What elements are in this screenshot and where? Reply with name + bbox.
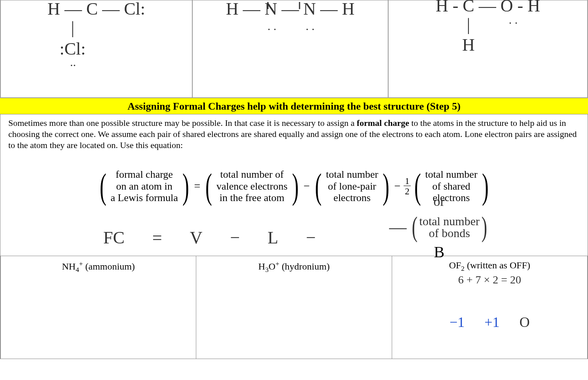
paren-name: (ammonium) <box>83 261 135 272</box>
paren-content: total number of valence electrons in the… <box>215 169 289 204</box>
line: of bonds <box>419 227 480 239</box>
handwritten-alternate-term: or — ( total number of bonds ) B <box>389 194 489 261</box>
paren-content: formal charge on an atom in a Lewis form… <box>109 169 179 204</box>
decoration-svg <box>220 1 347 25</box>
struct-dots: . . <box>486 13 540 27</box>
term-formal-charge: ( formal charge on an atom in a Lewis fo… <box>97 169 192 204</box>
formula-label: H3O+ (hydronium) <box>202 260 386 274</box>
formula-label: OF2 (written as OFF) <box>398 260 582 273</box>
line: total number <box>425 169 477 180</box>
section-heading-formal-charges: Assigning Formal Charges help with deter… <box>0 98 588 114</box>
structure-cell-3: H - C — O - H . . | H <box>388 0 588 98</box>
equals-sign: = <box>194 180 200 192</box>
formula-label: NH4+ (ammonium) <box>6 260 190 274</box>
fraction-one-half: 1 2 <box>404 177 411 196</box>
line: electrons <box>326 192 378 204</box>
paren-open-icon: ( <box>100 172 106 201</box>
struct-text: | <box>0 19 145 38</box>
struct-text: H — C — Cl: <box>47 0 145 19</box>
line: valence electrons <box>216 180 288 192</box>
handwritten-fc-equation: FC = V − L − <box>103 228 588 248</box>
paren-name: (written as OFF) <box>465 260 530 270</box>
numerator: 1 <box>404 177 411 186</box>
example-ammonium: NH4+ (ammonium) <box>0 256 196 359</box>
term-lone-pair-electrons: ( total number of lone-pair electrons ) <box>312 169 392 204</box>
text: NH <box>62 261 76 272</box>
hw-formal-charges: −1 +1 O <box>398 314 582 331</box>
line: formal charge <box>110 169 178 180</box>
hw-charge-minus-one: −1 <box>450 314 465 331</box>
paren-open-icon: ( <box>315 172 322 201</box>
hw-or-label: or <box>389 194 489 209</box>
line: a Lewis formula <box>110 192 178 204</box>
paren-content: total number of lone-pair electrons <box>324 169 380 204</box>
hw-minus: − <box>306 228 316 248</box>
paren-open-icon: ( <box>205 172 212 201</box>
explanation-paragraph: Sometimes more than one possible structu… <box>0 114 588 152</box>
lewis-structure-ch3oh: H - C — O - H . . | H <box>436 0 540 55</box>
subscript: 3 <box>265 266 269 274</box>
struct-dots: .. <box>1 55 145 69</box>
hw-FC: FC <box>103 228 125 248</box>
text: O <box>269 261 275 272</box>
example-of2: OF2 (written as OFF) 6 + 7 × 2 = 20 −1 +… <box>392 256 588 359</box>
text: H <box>258 261 265 272</box>
superscript: + <box>275 260 279 268</box>
text: OF <box>449 260 461 270</box>
hw-electron-count: 6 + 7 × 2 = 20 <box>398 274 582 286</box>
hw-charge-plus-one: +1 <box>484 314 499 331</box>
structure-cell-1: H — C — Cl: | :Cl: .. <box>0 0 192 98</box>
superscript: + <box>79 260 83 268</box>
bold-term-formal-charge: formal charge <box>357 118 409 128</box>
hw-bonds-text: total number of bonds <box>419 215 480 239</box>
hw-bonds-paren: — ( total number of bonds ) <box>389 211 489 243</box>
hw-L: L <box>267 228 278 248</box>
structure-cell-2: H — N — N — H . .. . <box>192 0 388 98</box>
hw-paren-open-icon: ( <box>412 211 417 243</box>
main-content-box: Sometimes more than one possible structu… <box>0 114 588 359</box>
text: Sometimes more than one possible structu… <box>8 118 357 128</box>
line: total number <box>419 215 480 227</box>
line: on an atom in <box>110 180 178 192</box>
hw-minus-sign: — <box>389 217 407 237</box>
line: in the free atom <box>216 192 288 204</box>
subscript: 2 <box>461 265 465 272</box>
term-valence-electrons: ( total number of valence electrons in t… <box>203 169 301 204</box>
hw-charge-zero: O <box>520 314 530 331</box>
formal-charge-formula: ( formal charge on an atom in a Lewis fo… <box>0 164 588 208</box>
lewis-structure-n2h4: H — N — N — H . .. . <box>226 0 355 33</box>
minus-sign: − <box>394 180 400 192</box>
line: of lone-pair <box>326 180 378 192</box>
examples-table: NH4+ (ammonium) H3O+ (hydronium) OF2 (wr… <box>0 256 588 359</box>
line: of shared <box>425 180 477 192</box>
line: total number <box>326 169 378 180</box>
hw-V: V <box>190 228 203 248</box>
top-structures-row: H — C — Cl: | :Cl: .. H — N — N — H . ..… <box>0 0 588 98</box>
paren-name: (hydronium) <box>279 261 330 272</box>
paren-close-icon: ) <box>182 172 189 201</box>
paren-close-icon: ) <box>292 172 299 201</box>
hw-paren-close-icon: ) <box>482 211 487 243</box>
paren-close-icon: ) <box>383 172 389 201</box>
struct-text: H <box>397 36 540 55</box>
line: total number of <box>216 169 288 180</box>
example-hydronium: H3O+ (hydronium) <box>196 256 392 359</box>
subscript: 4 <box>76 266 79 274</box>
minus-sign: − <box>303 180 310 192</box>
hw-minus: − <box>230 228 240 248</box>
hw-equals: = <box>152 228 162 248</box>
lewis-structure-chcl: H — C — Cl: | :Cl: .. <box>47 0 145 72</box>
